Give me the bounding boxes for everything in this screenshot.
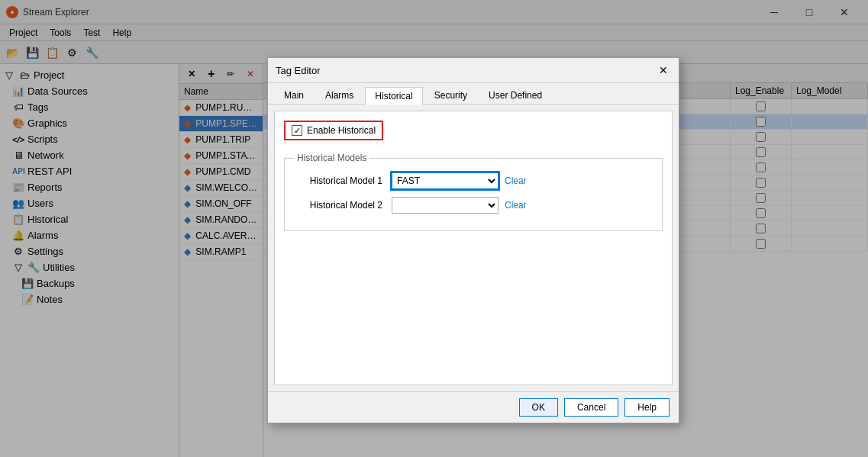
- enable-historical-label: Enable Historical: [307, 125, 376, 136]
- help-button[interactable]: Help: [624, 398, 670, 417]
- model1-row: Historical Model 1 FAST -- None -- Clear: [294, 172, 653, 189]
- model2-select[interactable]: [392, 197, 499, 214]
- tab-alarms[interactable]: Alarms: [315, 86, 363, 104]
- modal-titlebar: Tag Editor ✕: [268, 58, 679, 83]
- model1-clear-link[interactable]: Clear: [505, 175, 527, 186]
- cancel-button[interactable]: Cancel: [564, 398, 618, 417]
- tag-editor-modal: Tag Editor ✕ Main Alarms Historical Secu…: [267, 57, 679, 423]
- hist-models-legend: Historical Models: [294, 153, 369, 163]
- modal-close-button[interactable]: ✕: [656, 63, 671, 78]
- modal-title: Tag Editor: [276, 65, 321, 76]
- model1-select[interactable]: FAST -- None --: [392, 172, 499, 189]
- hist-models-section: Historical Models Historical Model 1 FAS…: [284, 153, 663, 231]
- tab-user-defined[interactable]: User Defined: [479, 86, 552, 104]
- tab-historical[interactable]: Historical: [365, 87, 422, 105]
- tab-bar: Main Alarms Historical Security User Def…: [268, 83, 679, 105]
- tab-security[interactable]: Security: [424, 86, 477, 104]
- model1-label: Historical Model 1: [294, 175, 386, 186]
- modal-footer: OK Cancel Help: [268, 391, 679, 423]
- tab-content-historical: ✓ Enable Historical Historical Models Hi…: [274, 111, 673, 385]
- model2-clear-link[interactable]: Clear: [505, 200, 527, 211]
- tab-main[interactable]: Main: [274, 86, 314, 104]
- ok-button[interactable]: OK: [519, 398, 558, 417]
- model2-row: Historical Model 2 Clear: [294, 197, 653, 214]
- model2-label: Historical Model 2: [294, 200, 386, 211]
- modal-overlay: Tag Editor ✕ Main Alarms Historical Secu…: [0, 0, 868, 457]
- enable-historical-checkbox[interactable]: ✓: [292, 125, 302, 136]
- enable-historical-container[interactable]: ✓ Enable Historical: [284, 121, 383, 140]
